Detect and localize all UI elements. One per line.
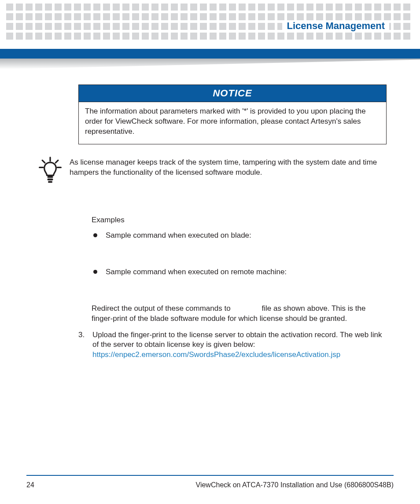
notice-box: NOTICE The information about parameters …	[78, 85, 387, 144]
notice-body-text: The information about parameters marked …	[79, 102, 386, 144]
step-text: Upload the finger-print to the license s…	[92, 331, 382, 349]
svg-rect-5	[48, 176, 53, 178]
redirect-prefix: Redirect the output of these commands to	[92, 304, 232, 313]
license-activation-link[interactable]: https://enpec2.emerson.com/SwordsPhase2/…	[92, 350, 340, 359]
tip-block: As license manager keeps track of the sy…	[34, 157, 387, 187]
svg-rect-6	[48, 178, 53, 180]
document-title: ViewCheck on ATCA-7370 Installation and …	[196, 481, 394, 489]
step-3: 3. Upload the finger-print to the licens…	[78, 330, 387, 361]
example-item: Sample command when executed on remote m…	[93, 267, 387, 277]
header-blue-bar	[0, 49, 420, 59]
svg-line-1	[42, 160, 45, 163]
page-number: 24	[26, 481, 34, 489]
step-number: 3.	[78, 330, 87, 361]
tip-text: As license manager keeps track of the sy…	[70, 157, 387, 187]
example-item: Sample command when executed on blade:	[93, 231, 387, 241]
notice-heading: NOTICE	[79, 85, 386, 102]
examples-block: Examples Sample command when executed on…	[92, 215, 387, 324]
content-area: NOTICE The information about parameters …	[34, 85, 387, 360]
redirect-text: Redirect the output of these commands to…	[92, 304, 387, 324]
svg-rect-7	[48, 181, 52, 183]
header-gray-wedge	[0, 59, 420, 69]
lightbulb-icon	[39, 157, 62, 187]
footer-rule	[26, 475, 394, 476]
footer: 24 ViewCheck on ATCA-7370 Installation a…	[26, 481, 394, 489]
examples-label: Examples	[92, 215, 387, 225]
page-section-title: License Management	[282, 20, 389, 32]
svg-line-2	[55, 160, 58, 163]
